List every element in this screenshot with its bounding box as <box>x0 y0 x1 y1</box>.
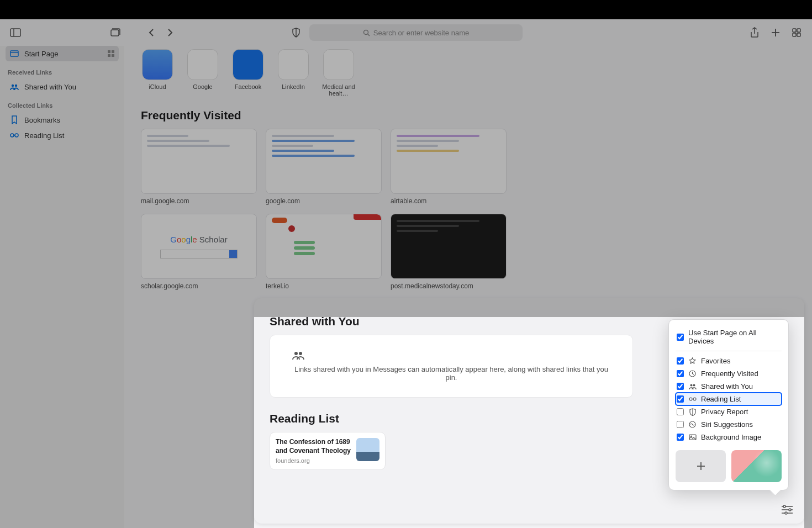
fv-card[interactable]: post.medicalnewstoday.com <box>391 214 507 290</box>
share-button[interactable] <box>747 25 762 40</box>
sidebar-item-bookmarks[interactable]: Bookmarks <box>6 112 119 128</box>
checkbox[interactable] <box>677 383 684 390</box>
sidebar-toggle-button[interactable] <box>8 25 23 40</box>
shared-with-you-empty: Links shared with you in Messages can au… <box>270 335 633 398</box>
reading-list-thumb <box>356 438 379 461</box>
fv-card[interactable]: terkel.io <box>266 214 382 290</box>
svg-point-19 <box>15 85 17 87</box>
favorite-label: LinkedIn <box>277 83 310 90</box>
fv-card[interactable]: google.com <box>266 129 382 205</box>
checkbox[interactable] <box>677 334 684 341</box>
svg-point-21 <box>15 134 18 137</box>
checkbox[interactable] <box>677 408 684 415</box>
fv-card[interactable]: mail.google.com <box>141 129 257 205</box>
toolbar: Search or enter website name <box>0 19 812 46</box>
popover-option-frequently-visited[interactable]: Frequently Visited <box>676 367 782 380</box>
menubar-blackout <box>0 0 812 19</box>
sidebar-section-received: Received Links <box>8 69 119 76</box>
checkbox[interactable] <box>677 370 684 377</box>
svg-rect-14 <box>108 50 110 53</box>
checkbox[interactable] <box>677 395 684 403</box>
clock-icon <box>688 369 697 378</box>
customize-panel: Shared with You Links shared with you in… <box>254 298 804 524</box>
sidebar-item-label: Bookmarks <box>24 116 60 124</box>
favorite-item[interactable]: Medical and healt… <box>322 49 355 97</box>
svg-point-28 <box>783 505 785 508</box>
popover-option-privacy-report[interactable]: Privacy Report <box>676 405 782 418</box>
svg-point-20 <box>10 134 14 137</box>
svg-rect-0 <box>10 29 20 36</box>
checkbox[interactable] <box>677 421 684 428</box>
fv-caption: scholar.google.com <box>141 282 257 290</box>
reading-list-source: founders.org <box>276 457 351 464</box>
fv-caption: post.medicalnewstoday.com <box>391 282 507 290</box>
sidebar-item-start-page[interactable]: Start Page <box>6 46 119 61</box>
sidebar-item-reading-list[interactable]: Reading List <box>6 128 119 143</box>
svg-rect-17 <box>112 54 114 57</box>
favorite-item[interactable]: iCloud <box>141 49 174 97</box>
svg-point-24 <box>299 352 302 355</box>
favorite-item[interactable]: LinkedIn <box>277 49 310 97</box>
svg-rect-15 <box>112 50 114 53</box>
favorite-item[interactable]: Facebook <box>231 49 265 97</box>
fv-card[interactable]: airtable.com <box>391 129 507 205</box>
favorite-icon <box>323 49 354 80</box>
svg-rect-12 <box>10 51 18 56</box>
people-icon <box>688 382 697 390</box>
favorite-icon <box>278 49 309 80</box>
popover-option-shared-with-you[interactable]: Shared with You <box>676 380 782 393</box>
section-frequently-visited: Frequently Visited <box>141 109 795 122</box>
favorite-label: Google <box>186 83 219 90</box>
svg-point-30 <box>785 512 787 514</box>
favorites-row: iCloudGoogleFacebookLinkedInMedical and … <box>141 49 795 97</box>
popover-option-siri-suggestions[interactable]: Siri Suggestions <box>676 418 782 431</box>
favorite-label: Medical and healt… <box>322 83 355 97</box>
customize-start-page-button[interactable] <box>781 505 793 515</box>
forward-button[interactable] <box>162 25 178 40</box>
fv-caption: terkel.io <box>266 282 382 290</box>
back-button[interactable] <box>144 25 159 40</box>
svg-point-34 <box>689 398 692 400</box>
svg-point-35 <box>693 398 696 400</box>
tab-overview-button[interactable] <box>789 25 804 40</box>
frequently-visited-grid: mail.google.com google.com airtable.com … <box>141 129 795 290</box>
star-icon <box>688 357 697 365</box>
svg-point-23 <box>294 352 298 355</box>
svg-rect-11 <box>797 33 800 36</box>
svg-point-32 <box>690 384 692 387</box>
sidebar-item-label: Reading List <box>24 131 64 140</box>
add-background-button[interactable] <box>676 450 726 482</box>
popover-option-favorites[interactable]: Favorites <box>676 355 782 367</box>
background-option[interactable] <box>731 450 782 482</box>
search-icon <box>363 29 370 36</box>
popover-option-background-image[interactable]: Background Image <box>676 431 782 443</box>
fv-caption: mail.google.com <box>141 197 257 205</box>
shield-icon <box>688 408 697 416</box>
svg-rect-10 <box>793 33 796 36</box>
grid-icon <box>108 50 114 57</box>
reading-list-card[interactable]: The Confession of 1689 and Covenant Theo… <box>270 432 386 470</box>
url-bar[interactable]: Search or enter website name <box>309 24 523 41</box>
favorite-label: Facebook <box>231 83 265 90</box>
fv-card[interactable]: Google Scholar scholar.google.com <box>141 214 257 290</box>
sidebar-section-collected: Collected Links <box>8 102 119 109</box>
favorite-label: iCloud <box>141 83 174 90</box>
checkbox[interactable] <box>677 357 684 365</box>
popover-option-use-all-devices[interactable]: Use Start Page on All Devices <box>676 326 782 347</box>
svg-line-5 <box>367 34 370 36</box>
svg-rect-9 <box>797 29 800 32</box>
privacy-shield-icon[interactable] <box>288 25 304 40</box>
reading-list-icon <box>10 131 19 140</box>
sidebar-item-shared-with-you[interactable]: Shared with You <box>6 79 119 94</box>
svg-rect-16 <box>108 54 110 57</box>
tab-groups-button[interactable] <box>107 25 123 40</box>
start-page-icon <box>10 49 19 58</box>
checkbox[interactable] <box>677 434 684 441</box>
svg-point-29 <box>789 509 791 511</box>
sidebar-item-label: Start Page <box>24 50 58 58</box>
favorite-item[interactable]: Google <box>186 49 219 97</box>
popover-option-reading-list[interactable]: Reading List <box>676 393 782 405</box>
url-placeholder: Search or enter website name <box>373 29 469 37</box>
new-tab-button[interactable] <box>768 25 783 40</box>
safari-window: Search or enter website name Start Page <box>0 19 812 528</box>
